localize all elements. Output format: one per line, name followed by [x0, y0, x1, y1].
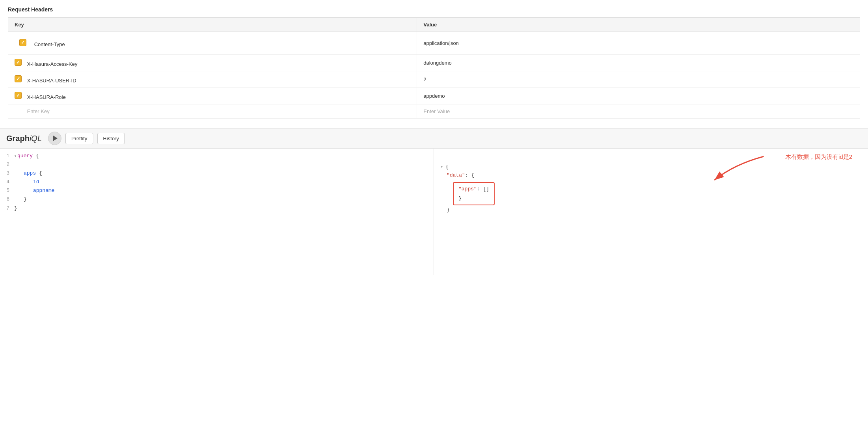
key-label: X-Hasura-Access-Key — [27, 61, 78, 67]
play-button[interactable] — [48, 132, 61, 145]
code-line-2 — [14, 160, 430, 169]
code-line-1: ▾query { — [14, 152, 430, 160]
code-lines: ▾query { apps { id appname } — [14, 152, 434, 213]
key-cell: X-HASURA-USER-ID — [8, 71, 417, 88]
checkbox-content-type[interactable] — [15, 36, 29, 50]
result-highlight-box: "apps": [] } — [453, 182, 495, 205]
value-cell: application/json — [417, 32, 860, 55]
placeholder-key[interactable]: Enter Key — [8, 104, 417, 119]
key-label: Content-Type — [34, 41, 65, 47]
annotation-text: 木有数据，因为没有id是2 — [785, 153, 852, 161]
code-line-4: id — [14, 178, 430, 186]
col-header-key: Key — [8, 18, 417, 32]
key-cell: Content-Type — [8, 32, 417, 55]
checked-icon — [15, 92, 22, 99]
checkbox-user-id[interactable] — [15, 75, 22, 84]
key-cell: X-HASURA-Role — [8, 88, 417, 104]
result-data-key: "data": { — [447, 171, 645, 180]
graphiql-logo: GraphiQL — [6, 134, 42, 143]
key-label: X-HASURA-USER-ID — [27, 78, 76, 84]
request-headers-section: Request Headers Key Value Content-Type — [0, 0, 868, 119]
result-panel: ▾ { "data": { "apps": [] } — [434, 161, 651, 218]
graphiql-toolbar: GraphiQL Prettify History — [0, 128, 868, 149]
value-cell: 2 — [417, 71, 860, 88]
code-line-6: } — [14, 195, 430, 204]
header-row: X-HASURA-USER-ID 2 — [8, 71, 860, 88]
graphiql-section: GraphiQL Prettify History 1 2 3 4 5 6 7 — [0, 128, 868, 275]
query-editor[interactable]: 1 2 3 4 5 6 7 ▾query { apps { — [0, 149, 434, 275]
headers-table: Key Value Content-Type application/json — [8, 17, 860, 119]
section-title: Request Headers — [8, 6, 860, 13]
code-line-7: } — [14, 204, 430, 213]
value-cell: appdemo — [417, 88, 860, 104]
checked-icon — [19, 39, 26, 46]
value-cell: dalongdemo — [417, 55, 860, 71]
result-open-brace: { — [445, 164, 449, 170]
apps-line: "apps": [] — [458, 184, 489, 194]
dropdown-icon: ▾ — [440, 164, 443, 170]
editor-content: 1 2 3 4 5 6 7 ▾query { apps { — [0, 149, 434, 216]
iql-text: iQL — [30, 134, 42, 143]
code-line-5: appname — [14, 186, 430, 195]
result-outer: 木有数据，因为没有id是2 ▾ { "data": { "apps": [] — [434, 149, 868, 275]
graphiql-editor-area: 1 2 3 4 5 6 7 ▾query { apps { — [0, 149, 868, 275]
col-header-value: Value — [417, 18, 860, 32]
key-label: X-HASURA-Role — [27, 94, 66, 100]
header-row: X-Hasura-Access-Key dalongdemo — [8, 55, 860, 71]
line-numbers: 1 2 3 4 5 6 7 — [0, 152, 14, 213]
checkbox-role[interactable] — [15, 92, 22, 100]
result-highlight-box-container: "apps": [] } — [453, 181, 645, 205]
placeholder-row: Enter Key Enter Value — [8, 104, 860, 119]
checked-icon — [15, 75, 22, 82]
prettify-button[interactable]: Prettify — [65, 133, 93, 144]
annotation-arrow — [703, 153, 766, 184]
checked-icon — [15, 59, 22, 66]
history-button[interactable]: History — [97, 133, 125, 144]
key-cell: X-Hasura-Access-Key — [8, 55, 417, 71]
placeholder-value[interactable]: Enter Value — [417, 104, 860, 119]
header-row: X-HASURA-Role appdemo — [8, 88, 860, 104]
code-line-3: apps { — [14, 169, 430, 178]
collapse-arrow-icon: ▾ — [14, 153, 17, 160]
annotation-area: 木有数据，因为没有id是2 — [434, 149, 868, 161]
graph-text: Graph — [6, 134, 30, 143]
header-row: Content-Type application/json — [8, 32, 860, 55]
checkbox-access-key[interactable] — [15, 59, 22, 67]
result-outer-close: } — [447, 205, 645, 214]
inner-close-line: } — [458, 194, 489, 203]
result-top: ▾ { — [440, 164, 645, 170]
